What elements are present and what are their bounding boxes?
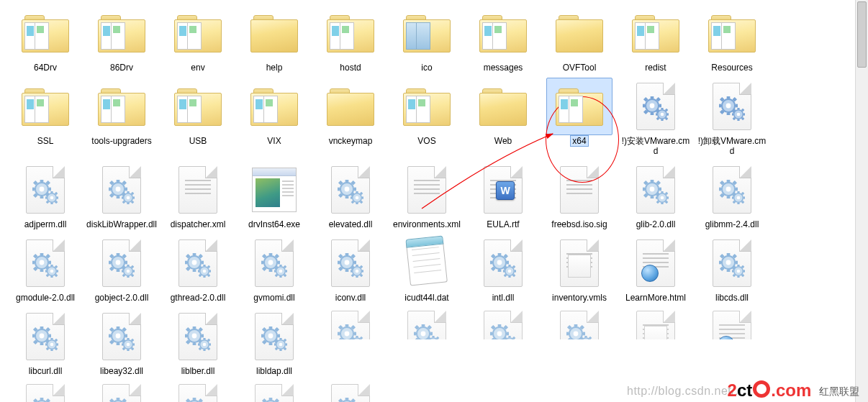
file-item[interactable] [541,308,618,339]
dll-icon [102,166,141,214]
svg-rect-58 [50,203,53,204]
file-item[interactable] [83,381,160,402]
file-item[interactable] [236,381,312,402]
svg-rect-212 [203,276,205,278]
file-item[interactable]: gmodule-2.0.dll [7,234,83,308]
folder-item[interactable]: 64Drv [7,4,83,78]
folder-item[interactable]: SSL [7,78,83,161]
file-item[interactable]: LearnMore.html [618,234,694,308]
file-item[interactable]: freebsd.iso.sig [541,161,618,234]
file-item[interactable]: drvInst64.exe [236,161,312,234]
item-label: x64 [570,135,588,147]
folder-item[interactable]: Web [465,78,541,161]
svg-rect-381 [269,326,273,329]
file-item[interactable] [618,308,694,339]
folder-icon [96,86,147,127]
file-item[interactable] [312,308,389,339]
file-item[interactable]: icudt44l.dat [389,234,465,308]
dll-icon [331,311,370,339]
folder-item[interactable]: OVFTool [541,4,618,78]
folder-item[interactable]: tools-upgraders [83,78,160,161]
item-label: gvmomi.dll [251,292,297,303]
folder-item[interactable]: VOS [389,78,465,161]
svg-rect-280 [503,270,505,272]
file-item[interactable] [389,308,465,339]
svg-rect-170 [45,270,47,272]
svg-rect-49 [32,188,35,191]
svg-rect-126 [656,196,657,198]
svg-rect-490 [33,398,38,402]
item-label: freebsd.iso.sig [549,219,609,230]
svg-rect-276 [515,270,516,272]
item-label: glib-2.0.dll [634,219,678,230]
file-item[interactable]: iconv.dll [312,234,389,308]
svg-rect-232 [286,270,287,272]
folder-item[interactable]: x64 [541,78,618,161]
folder-item[interactable]: env [160,4,236,78]
svg-rect-258 [351,270,352,272]
file-item[interactable]: glib-2.0.dll [618,161,694,234]
folder-item[interactable]: vnckeymap [312,78,389,161]
file-item[interactable] [7,381,83,402]
file-item[interactable]: libcds.dll [694,234,770,308]
folder-item[interactable]: VIX [236,78,312,161]
file-item[interactable] [465,308,541,339]
svg-rect-157 [40,270,44,272]
file-item[interactable]: libcurl.dll [7,308,83,381]
svg-rect-304 [737,265,739,266]
svg-rect-556 [262,398,267,402]
folder-item[interactable]: help [236,4,312,78]
folder-item[interactable]: Resources [694,4,770,78]
file-item[interactable]: environments.xml [389,161,465,234]
folder-icon [478,86,528,127]
svg-rect-315 [40,326,44,329]
file-item[interactable]: gvmomi.dll [236,234,312,308]
svg-rect-436 [432,336,434,337]
svg-rect-580 [351,398,356,402]
dll-icon [26,313,65,360]
svg-rect-34 [743,113,745,115]
file-item[interactable]: glibmm-2.4.dll [694,161,770,234]
file-item[interactable]: W EULA.rtf [465,161,541,234]
item-label: icudt44l.dat [402,292,451,303]
file-item[interactable]: !)卸载VMware.cmd [694,78,770,161]
file-item[interactable]: libeay32.dll [83,308,160,381]
folder-item[interactable]: ico [389,4,465,78]
vertical-scrollbar[interactable] [855,0,868,402]
file-item[interactable]: diskLibWrapper.dll [83,161,160,234]
folder-icon [707,12,757,54]
scrollbar-thumb[interactable] [857,1,867,68]
folder-item[interactable]: hostd [312,4,389,78]
file-item[interactable]: gobject-2.0.dll [83,234,160,308]
file-item[interactable]: intl.dll [465,234,541,308]
file-grid[interactable]: 64Drv 86Drv env help hostd ico messages … [0,0,846,402]
file-item[interactable]: elevated.dll [312,161,389,234]
folder-item[interactable]: redist [618,4,694,78]
file-item[interactable]: adjperm.dll [7,161,83,234]
folder-item[interactable]: 86Drv [83,4,160,78]
item-label: 64Drv [32,62,59,73]
file-item[interactable]: !)安装VMware.cmd [618,78,694,161]
svg-rect-514 [122,398,127,402]
folder-item[interactable]: messages [465,4,541,78]
file-item[interactable]: liblber.dll [160,308,236,381]
explorer-icon-view[interactable]: 64Drv 86Drv env help hostd ico messages … [0,0,868,402]
svg-rect-137 [719,188,721,191]
svg-point-384 [268,334,273,339]
svg-rect-469 [574,324,578,326]
file-item[interactable]: gthread-2.0.dll [160,234,236,308]
file-item[interactable] [312,381,389,402]
svg-rect-216 [203,265,205,266]
svg-rect-1 [659,104,661,108]
dll-icon [331,166,370,214]
folder-icon [402,86,452,127]
file-item[interactable]: libldap.dll [236,308,312,381]
file-item[interactable] [694,308,770,339]
file-item[interactable]: inventory.vmls [541,234,618,308]
file-item[interactable] [160,381,236,402]
file-item[interactable]: dispatcher.xml [160,161,236,234]
svg-rect-194 [127,265,129,266]
folder-item[interactable]: USB [160,78,236,161]
svg-rect-111 [659,188,661,191]
item-label: USB [187,135,209,147]
